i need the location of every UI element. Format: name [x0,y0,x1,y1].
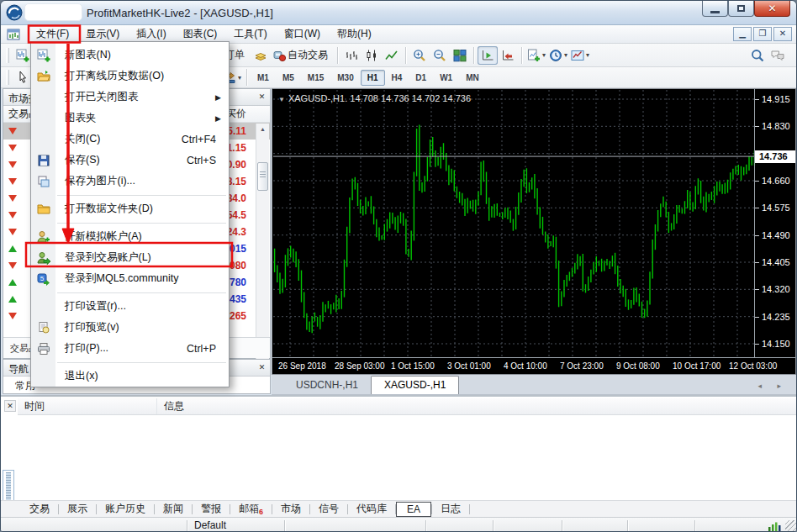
file-menu-item-4[interactable]: 关闭(C)Ctrl+F4 [31,129,229,150]
candlestick-button[interactable] [362,46,382,65]
tick-down-icon [8,128,17,134]
window-title: ProfitMarketHK-Live2 - [XAGUSD-,H1] [87,7,273,19]
search-button[interactable] [747,46,768,65]
chart-window[interactable]: ▼XAGUSD-,H1. 14.708 14.736 14.702 14.736… [272,88,796,375]
scroll-up-icon[interactable]: ▲ [257,124,268,135]
file-menu-item-10[interactable]: 开新模拟帐户(A) [31,226,229,247]
terminal-tab-8[interactable]: 代码库 [348,501,395,517]
timeframe-m15[interactable]: M15 [301,70,330,86]
line-chart-button[interactable] [382,46,402,65]
templates-button[interactable]: ▾ [569,46,591,65]
toolbar-grip[interactable] [6,48,9,63]
menu-item-label: 登录到交易账户(L) [55,250,229,265]
minimize-button[interactable] [702,1,728,17]
timeframe-d1[interactable]: D1 [409,70,433,86]
resize-grip[interactable] [785,520,797,532]
file-menu-item-8[interactable]: 打开数据文件夹(D) [31,198,229,219]
data-folder-icon [31,203,55,216]
autotrading-button[interactable]: 自动交易 [271,46,334,65]
child-restore-button[interactable]: ❐ [753,27,772,41]
toolbar-grip[interactable] [6,70,9,85]
periods-button[interactable]: ▾ [547,46,569,65]
close-button[interactable]: ✕ [754,1,790,17]
timeframe-m1[interactable]: M1 [251,70,276,86]
file-menu-item-2[interactable]: 打开已关闭图表▶ [31,87,229,108]
chart-tab-1[interactable]: XAGUSD-,H1 [371,376,459,394]
terminal-tab-10[interactable]: 日志 [432,501,469,517]
indicators-icon [527,49,541,62]
menu-separator [31,289,229,296]
child-close-button[interactable]: ✕ [773,27,792,41]
terminal-tab-9[interactable]: EA [396,502,431,517]
timeframe-mn[interactable]: MN [459,70,486,86]
price-tick-label: 14.235 [762,312,790,322]
file-menu-item-0[interactable]: 新图表(N) [31,45,229,66]
terminal-tab-5[interactable]: 邮箱6 [230,501,272,517]
terminal-tab-7[interactable]: 信号 [310,501,347,517]
bar-chart-button[interactable] [341,46,362,65]
file-menu-item-1[interactable]: 打开离线历史数据(O) [31,66,229,87]
line-chart-icon [385,49,398,62]
column-time[interactable]: 时间 [18,398,157,414]
market-watch-scrollbar[interactable]: ▲ ▼ [256,124,269,361]
close-icon[interactable]: ✕ [256,92,267,103]
chart-shift-icon [481,49,494,62]
auto-scroll-icon [501,49,515,62]
chart-shift-button[interactable] [478,46,498,65]
time-tick-label: 26 Sep 2018 [278,361,326,371]
chart-legend[interactable]: ▼XAGUSD-,H1. 14.708 14.736 14.702 14.736 [278,93,471,103]
terminal-tab-2[interactable]: 账户历史 [97,501,154,517]
zoom-in-button[interactable] [409,46,430,65]
file-menu-item-18[interactable]: 退出(x) [31,366,229,387]
price-chart[interactable] [273,90,756,357]
scrollbar-thumb[interactable] [257,162,268,191]
chart-tab-scroll-arrows[interactable]: ◂ ▸ [757,382,788,390]
tick-down-icon [8,262,17,269]
menu-shortcut: Ctrl+S [187,155,229,166]
file-menu-item-16[interactable]: 打印(P)...Ctrl+P [31,338,229,359]
child-minimize-button[interactable]: ▁ [733,27,752,41]
file-menu-item-15[interactable]: 打印预览(v) [31,317,229,338]
tile-windows-button[interactable] [450,46,470,65]
history-center-button[interactable] [251,46,271,65]
zoom-out-button[interactable] [430,46,450,65]
time-axis[interactable]: 26 Sep 201828 Sep 03:001 Oct 15:003 Oct … [272,357,795,374]
profile-name[interactable]: Default [194,519,226,531]
chart-tab-0[interactable]: USDCNH-,H1 [283,377,371,394]
timeframe-h4[interactable]: H4 [385,70,409,86]
timeframe-h1[interactable]: H1 [361,70,385,86]
timeframe-m5[interactable]: M5 [276,70,301,86]
close-icon[interactable]: ✕ [4,400,16,412]
price-axis[interactable]: 14.91514.83014.66014.57514.49014.40514.3… [754,89,795,358]
login-account-icon [31,251,55,265]
community-chat-button[interactable] [768,46,788,65]
menubar-item-6[interactable]: 帮助(H) [329,24,380,44]
terminal-tab-1[interactable]: 展示 [59,501,96,517]
close-icon[interactable]: ✕ [256,362,267,373]
terminal-tab-6[interactable]: 市场 [272,501,309,517]
time-tick-label: 10 Oct 17:00 [673,361,720,371]
timeframe-m30[interactable]: M30 [330,70,360,86]
file-menu-item-12[interactable]: 5登录到MQL5.community [31,268,229,289]
menubar-item-4[interactable]: 工具(T) [225,24,275,44]
price-tick-label: 14.320 [762,284,790,294]
timeframe-w1[interactable]: W1 [433,70,459,86]
column-message[interactable]: 信息 [157,399,184,413]
file-menu-item-5[interactable]: 保存(S)Ctrl+S [31,150,229,171]
menu-item-label: 打开离线历史数据(O) [55,69,229,83]
indicators-button[interactable]: ▾ [525,46,547,65]
file-menu-item-11[interactable]: 登录到交易账户(L) [31,247,229,268]
file-menu-item-3[interactable]: 图表夹▶ [31,108,229,129]
restore-button[interactable] [728,1,754,17]
tick-down-icon [8,313,17,319]
file-menu-item-6[interactable]: 保存为图片(i)... [31,171,229,192]
menubar-item-5[interactable]: 窗口(W) [276,24,329,44]
auto-scroll-button[interactable] [498,46,518,65]
menu-separator [31,219,229,226]
file-menu-item-14[interactable]: 打印设置(r)... [31,296,229,317]
terminal-tab-4[interactable]: 警报 [193,501,230,517]
terminal-tab-0[interactable]: 交易 [21,501,58,517]
chevron-down-icon: ▾ [564,51,567,59]
time-tick-label: 4 Oct 10:00 [504,361,547,371]
terminal-tab-3[interactable]: 新闻 [155,501,192,517]
